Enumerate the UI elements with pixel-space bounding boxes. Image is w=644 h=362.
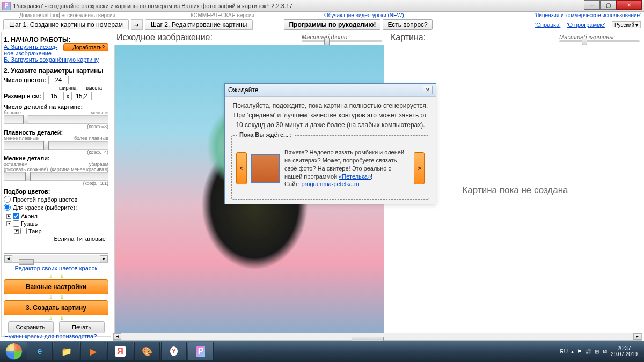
wait-dialog: Ожидайте ✕ Пожалуйста, подождите, пока к…	[224, 83, 436, 204]
colorsel-heading: Подбор цветов:	[4, 188, 108, 195]
details-label: Число деталей на картине:	[4, 104, 108, 110]
promo-site-link[interactable]: programma-petelka.ru	[301, 181, 359, 187]
promo-next-button[interactable]: >	[414, 152, 425, 184]
source-image-heading: Исходное изображение:	[116, 33, 213, 42]
license-link[interactable]: 'Лицензия и коммерческое использование'	[535, 12, 641, 18]
color-editor-link[interactable]: Редактор своих цветов красок	[15, 265, 98, 271]
promo-box: Пока Вы ждёте... : < Вяжете? Надоело вяз…	[231, 135, 429, 200]
left-panel: 1. НАЧАЛО РАБОТЫ: А. Загрузить исход- но…	[1, 32, 111, 337]
start-button[interactable]	[2, 342, 26, 361]
wait-message: Пожалуйста, подождите, пока картина полн…	[231, 101, 429, 130]
colors-label: Число цветов:	[4, 77, 46, 83]
small-slider[interactable]	[4, 172, 108, 181]
maximize-button[interactable]: ▢	[600, 0, 616, 10]
paints-tree[interactable]: ▸Акрил ▾Гуашь ▾Таир Белила Титановые	[4, 212, 108, 254]
help-link[interactable]: 'Справка'	[535, 21, 560, 28]
start-heading: 1. НАЧАЛО РАБОТЫ:	[4, 36, 108, 43]
system-tray: RU ▴ ⚑ 🔊 ⊞ 🖥 20:37 29.07.2019	[560, 345, 642, 357]
window-title: 'Раскраска' - создавайте раскраски и кар…	[13, 3, 584, 9]
height-col-label: высота	[86, 85, 102, 91]
promo-image	[251, 154, 280, 183]
tray-network-icon[interactable]: ⊞	[595, 349, 599, 354]
load-source-link[interactable]: А. Загрузить исход- ное изображение	[4, 43, 61, 56]
load-saved-link[interactable]: Б. Загрузить сохранённую картину	[4, 56, 108, 63]
print-button[interactable]: Печать	[59, 321, 105, 333]
video-lessons-link[interactable]: Обучающие видео-уроки (NEW)	[324, 12, 404, 18]
promo-prev-button[interactable]: <	[236, 152, 247, 184]
dialog-title: Ожидайте	[228, 86, 258, 94]
tray-volume-icon[interactable]: 🔊	[585, 349, 591, 354]
taskbar-yandex-icon[interactable]: Я	[107, 342, 133, 361]
create-painting-button[interactable]: 3. Создать картину	[4, 300, 108, 315]
windows-orb-icon	[5, 343, 23, 360]
question-button[interactable]: Есть вопрос?	[383, 19, 432, 30]
commercial-label: КОММЕРЧЕСКАЯ версия	[191, 12, 254, 18]
taskbar: e 📁 ▶ Я 🎨 Y P RU ▴ ⚑ 🔊 ⊞ 🖥 20:37 29.07.2…	[0, 341, 644, 362]
width-col-label: ширина	[59, 85, 76, 91]
taskbar-player-icon[interactable]: ▶	[80, 342, 106, 361]
crafts-button[interactable]: Программы по рукоделию!	[284, 19, 380, 30]
step-tabs: Шаг 1. Создание картины по номерам ➔ Шаг…	[0, 19, 644, 31]
tray-flag-icon[interactable]: ⚑	[577, 349, 582, 354]
height-input[interactable]	[71, 92, 92, 100]
top-link-row: Домашняя/Профессиональная версия КОММЕРЧ…	[0, 12, 644, 19]
home-pro-label: Домашняя/Профессиональная версия	[19, 12, 115, 18]
about-link[interactable]: 'О программе'	[567, 21, 605, 28]
important-settings-button[interactable]: Важные настройки	[4, 279, 108, 294]
need-paints-link[interactable]: Нужны краски для производства?	[4, 333, 97, 339]
tray-battery-icon[interactable]: 🖥	[602, 349, 608, 354]
small-label: Мелкие детали:	[4, 155, 108, 161]
taskbar-explorer-icon[interactable]: 📁	[54, 342, 79, 361]
colors-input[interactable]	[48, 76, 69, 84]
tab-step1[interactable]: Шаг 1. Создание картины по номерам	[3, 19, 129, 30]
tray-up-icon[interactable]: ▴	[571, 349, 574, 354]
tab-arrow-button[interactable]: ➔	[131, 19, 143, 30]
tab-step2[interactable]: Шаг 2. Редактирование картины	[145, 19, 253, 30]
radio-paints[interactable]: Для красок (выберите):	[4, 204, 108, 211]
painting-zoom-slider[interactable]	[559, 40, 640, 42]
save-button[interactable]: Сохранить	[8, 321, 54, 333]
main-hscroll[interactable]: ◄ ►	[113, 333, 642, 341]
painting-heading: Картина:	[391, 33, 426, 42]
size-label: Размер в см:	[4, 93, 41, 99]
params-heading: 2. Укажите параметры картины	[4, 67, 108, 75]
painting-zoom-label: Масштаб картины:	[559, 34, 640, 40]
minimize-button[interactable]: ─	[584, 0, 600, 10]
window-titlebar: P 'Раскраска' - создавайте раскраски и к…	[0, 0, 644, 12]
taskbar-paint-icon[interactable]: 🎨	[134, 342, 160, 361]
close-button[interactable]: ✕	[616, 0, 642, 10]
refine-button[interactable]: ←Доработать?	[63, 43, 108, 51]
promo-product-link[interactable]: «Петелька»	[339, 173, 371, 180]
taskbar-browser-icon[interactable]: Y	[161, 342, 187, 361]
down-arrows-icon: ⇓ ⇓	[4, 274, 108, 279]
promo-legend: Пока Вы ждёте... :	[237, 131, 294, 138]
down-arrows-icon: ⇓ ⇓	[4, 294, 108, 300]
smooth-slider[interactable]	[4, 141, 108, 150]
taskbar-app-icon[interactable]: P	[188, 342, 214, 361]
photo-zoom-label: Масштаб фото:	[302, 34, 382, 40]
dialog-close-button[interactable]: ✕	[423, 86, 433, 94]
size-x: x	[66, 93, 69, 99]
radio-simple[interactable]: Простой подбор цветов	[4, 196, 108, 203]
taskbar-ie-icon[interactable]: e	[27, 342, 53, 361]
tray-clock[interactable]: 20:37 29.07.2019	[611, 345, 638, 357]
tray-lang[interactable]: RU	[560, 349, 567, 354]
promo-text: Вяжете? Надоело вязать ромбики и оленей …	[284, 149, 409, 188]
smooth-label: Плавность деталей:	[4, 129, 108, 136]
width-input[interactable]	[43, 92, 64, 100]
down-arrows-icon: ⇓ ⇓	[4, 315, 108, 321]
language-selector[interactable]: Русский ▾	[612, 21, 641, 28]
app-icon: P	[2, 2, 11, 10]
photo-zoom-slider[interactable]	[302, 40, 382, 42]
tree-hscroll[interactable]: ◄ ►	[4, 255, 108, 263]
details-slider[interactable]	[4, 115, 108, 124]
